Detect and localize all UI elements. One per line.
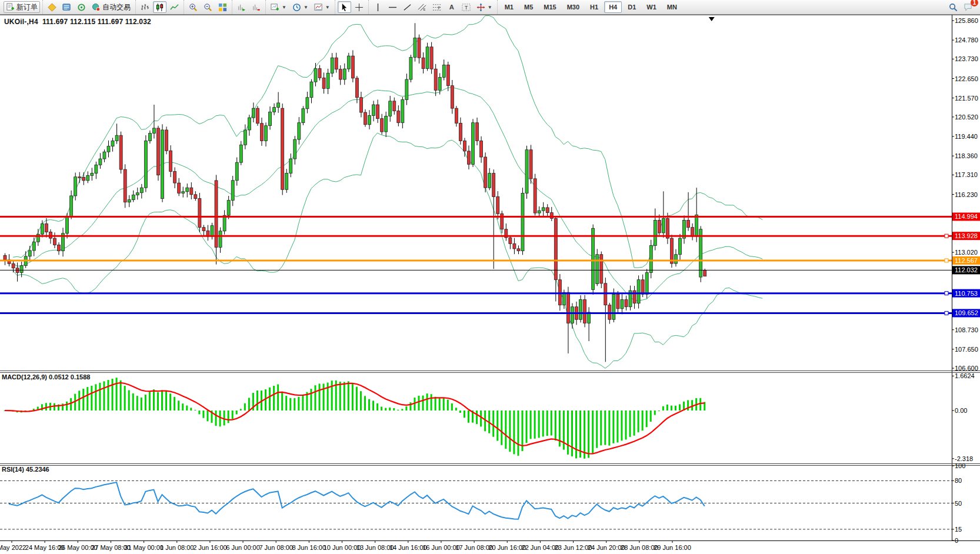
- resistance-line-2-handle[interactable]: [945, 234, 948, 238]
- new-order-button[interactable]: 新订单: [4, 1, 40, 13]
- candle-body: [45, 224, 48, 232]
- macd-histogram-bar: [376, 403, 378, 411]
- time-axis-label: 20 Jun 16:00: [488, 544, 526, 551]
- bar-chart-button[interactable]: [138, 1, 152, 13]
- tf-m30-button[interactable]: M30: [562, 1, 584, 13]
- macd-histogram-bar: [108, 380, 109, 411]
- autotrading-button[interactable]: 自动交易: [89, 1, 133, 13]
- macd-histogram-bar: [451, 403, 453, 411]
- tf-d1-button[interactable]: D1: [623, 1, 641, 13]
- tf-h1-button[interactable]: H1: [585, 1, 603, 13]
- macd-histogram-bar: [194, 410, 196, 411]
- navigator-button[interactable]: [75, 1, 88, 13]
- macd-histogram-bar: [409, 402, 411, 411]
- macd-histogram-bar: [662, 406, 664, 411]
- fibonacci-button[interactable]: F: [430, 1, 444, 13]
- channel-icon: E: [418, 3, 426, 12]
- tf-m1-button[interactable]: M1: [500, 1, 518, 13]
- macd-indicator-label: MACD(12,26,9) 0.0512 0.1588: [2, 373, 90, 381]
- candle-body: [265, 126, 268, 141]
- candlestick-button[interactable]: [153, 1, 166, 13]
- new-order-icon: [6, 3, 15, 12]
- candle-body: [128, 200, 131, 202]
- new-chart-button[interactable]: ▼: [268, 1, 289, 13]
- support-line-2-handle[interactable]: [945, 311, 948, 315]
- chart-canvas[interactable]: 125.860124.780123.730122.650121.570120.5…: [0, 15, 980, 554]
- tf-m15-button[interactable]: M15: [539, 1, 561, 13]
- toolbar-group-2: [135, 0, 184, 14]
- candle-body: [115, 135, 118, 141]
- macd-histogram-bar: [149, 392, 151, 411]
- arrows-icon: [476, 3, 485, 12]
- candle-body: [248, 118, 251, 130]
- candle-body: [78, 177, 81, 178]
- hline-icon: [388, 3, 397, 12]
- macd-histogram-bar: [571, 411, 573, 456]
- toolbar-group-1: 自动交易: [42, 0, 135, 14]
- tf-h4-button[interactable]: H4: [604, 1, 622, 13]
- candle-body: [318, 69, 321, 78]
- zoom-in-button[interactable]: [186, 1, 200, 13]
- pivot-line-handle[interactable]: [945, 259, 948, 262]
- candle-body: [4, 255, 6, 260]
- data-window-button[interactable]: [60, 1, 74, 13]
- macd-histogram-bar: [91, 386, 92, 411]
- chart-shift-button[interactable]: [249, 1, 263, 13]
- ohlc-values: 111.697 112.115 111.697 112.032: [42, 18, 151, 26]
- toolbar-group-6: [335, 0, 368, 14]
- periods-button[interactable]: ▼: [290, 1, 311, 13]
- tf-m5-button[interactable]: M5: [519, 1, 538, 13]
- candle-body: [654, 220, 656, 245]
- label-button[interactable]: T: [459, 1, 473, 13]
- candle-body: [467, 151, 470, 164]
- macd-histogram-bar: [99, 383, 101, 411]
- text-button[interactable]: A: [445, 1, 458, 13]
- search-button[interactable]: [946, 1, 960, 13]
- tile-windows-button[interactable]: [216, 1, 229, 13]
- candle-body: [637, 280, 640, 303]
- candle-body: [302, 109, 305, 123]
- macd-histogram-bar: [136, 396, 138, 411]
- candle-body: [186, 188, 189, 192]
- auto-scroll-button[interactable]: [235, 1, 248, 13]
- macd-histogram-bar: [443, 398, 445, 411]
- cursor-button[interactable]: [338, 1, 351, 13]
- time-axis-label: 29 Jun 16:00: [654, 544, 691, 551]
- candle-body: [679, 238, 682, 255]
- crosshair-button[interactable]: [352, 1, 366, 13]
- trendline-button[interactable]: [401, 1, 414, 13]
- toolbar-right: 1: [946, 1, 979, 13]
- macd-histogram-bar: [132, 393, 134, 411]
- zoom-out-button[interactable]: [201, 1, 215, 13]
- data-window-icon: [62, 3, 71, 12]
- macd-histogram-bar: [372, 401, 374, 411]
- rsi-value: 45.2346: [26, 466, 49, 473]
- candle-body: [219, 231, 222, 248]
- macd-histogram-bar: [496, 411, 498, 441]
- candle-body: [277, 103, 280, 108]
- macd-histogram-bar: [650, 411, 652, 422]
- vline-button[interactable]: [371, 1, 385, 13]
- svg-text:E: E: [423, 8, 425, 11]
- tf-w1-button[interactable]: W1: [642, 1, 661, 13]
- cursor-icon: [340, 3, 349, 12]
- macd-histogram-bar: [45, 403, 47, 411]
- candle-body: [156, 128, 159, 175]
- macd-histogram-bar: [464, 411, 465, 418]
- templates-button[interactable]: ▼: [312, 1, 332, 13]
- channel-button[interactable]: E: [415, 1, 429, 13]
- tf-mn-button[interactable]: MN: [662, 1, 682, 13]
- arrows-button[interactable]: ▼: [474, 1, 495, 13]
- candle-body: [194, 195, 197, 199]
- support-line-1-handle[interactable]: [945, 292, 948, 295]
- line-chart-button[interactable]: [168, 1, 181, 13]
- macd-histogram-bar: [224, 411, 225, 425]
- shift-end-marker-icon[interactable]: [709, 17, 715, 21]
- candle-body: [695, 215, 698, 236]
- hline-button[interactable]: [386, 1, 399, 13]
- macd-histogram-bar: [699, 398, 701, 411]
- time-axis-label: 16 Jun 00:00: [422, 544, 460, 551]
- candle-body: [418, 38, 421, 58]
- market-watch-button[interactable]: [45, 1, 59, 13]
- macd-pane: [4, 378, 706, 459]
